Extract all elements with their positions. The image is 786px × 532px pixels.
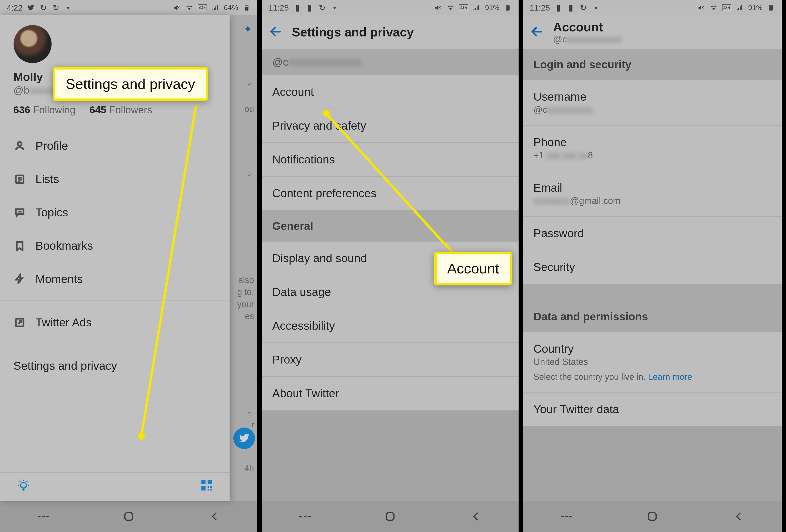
speech-bubble-icon: [14, 206, 26, 219]
status-time: 11:25: [530, 3, 550, 13]
back-button[interactable]: [204, 509, 225, 524]
svg-rect-16: [208, 489, 209, 490]
signal-icon: [736, 4, 744, 12]
back-arrow-icon[interactable]: [530, 25, 544, 39]
account-row-username[interactable]: Username @cxxxxxxxxxx: [523, 80, 782, 125]
android-nav-bar: [0, 501, 257, 532]
drawer-item-topics[interactable]: Topics: [0, 196, 230, 229]
account-row-twitter-data[interactable]: Your Twitter data: [523, 393, 782, 426]
drawer-item-label: Topics: [36, 206, 68, 219]
drawer-item-label: Moments: [36, 273, 83, 286]
svg-rect-2: [246, 5, 248, 5]
settings-row-accessibility[interactable]: Accessibility: [262, 309, 518, 343]
svg-rect-33: [770, 5, 772, 5]
email-value: xxxxxxxx@gmail.com: [533, 196, 771, 206]
chevron-down-icon: ⌄: [246, 406, 253, 416]
home-button[interactable]: [379, 509, 401, 524]
drawer-item-profile[interactable]: Profile: [0, 129, 230, 162]
battery-percent: 91%: [485, 4, 500, 12]
avatar[interactable]: [14, 25, 52, 63]
annotation-callout-settings: Settings and privacy: [53, 67, 208, 101]
recents-button[interactable]: [32, 509, 54, 524]
svg-rect-21: [125, 513, 133, 520]
home-button[interactable]: [118, 509, 139, 524]
feed-text-fragment: also: [237, 274, 254, 286]
feed-timestamp: 4h: [245, 463, 254, 473]
drawer-item-label: Bookmarks: [36, 239, 93, 252]
bulb-icon: ▮: [305, 4, 314, 12]
drawer-item-twitter-ads[interactable]: Twitter Ads: [0, 306, 230, 339]
svg-rect-24: [507, 6, 509, 10]
dot-icon: •: [592, 4, 600, 12]
phone-value: +1 xxx xxx xx8: [533, 150, 771, 161]
settings-row-account[interactable]: Account: [262, 75, 518, 109]
feed-text-fragment: r: [252, 420, 254, 429]
settings-row-proxy[interactable]: Proxy: [262, 343, 518, 377]
settings-row-notifications[interactable]: Notifications: [262, 143, 518, 177]
lightbulb-icon[interactable]: [17, 479, 30, 495]
android-nav-bar: [523, 501, 782, 532]
account-row-country[interactable]: Country United States Select the country…: [523, 332, 782, 393]
network-4g-icon: 4G: [198, 4, 207, 11]
mute-icon: [697, 4, 705, 12]
feed-text-fragment: your: [237, 298, 254, 310]
network-4g-icon: 4G: [459, 4, 468, 11]
recents-button[interactable]: [294, 509, 315, 524]
account-row-password[interactable]: Password: [523, 217, 782, 250]
app-bar: Settings and privacy: [262, 15, 518, 49]
drawer-item-moments[interactable]: Moments: [0, 262, 230, 296]
refresh-icon: ↻: [52, 4, 60, 12]
account-row-email[interactable]: Email xxxxxxxx@gmail.com: [523, 171, 782, 217]
battery-icon: [242, 4, 251, 12]
recents-button[interactable]: [555, 509, 577, 524]
svg-rect-25: [507, 5, 509, 5]
svg-rect-17: [210, 489, 212, 490]
section-header-login-security: Login and security: [523, 49, 782, 80]
svg-rect-13: [201, 486, 205, 490]
followers-count[interactable]: 645: [90, 104, 107, 116]
external-link-icon: [14, 316, 26, 329]
settings-row-content-preferences[interactable]: Content preferences: [262, 177, 518, 210]
battery-icon: [767, 4, 775, 12]
svg-point-3: [18, 142, 22, 146]
drawer-item-label: Lists: [36, 172, 59, 186]
page-title: Account: [553, 20, 622, 34]
status-bar: 11:25 ▮ ▮ ↻ • 4G 91%: [262, 0, 518, 15]
following-count[interactable]: 636: [14, 104, 30, 116]
svg-rect-1: [246, 7, 248, 10]
status-time: 4:22: [7, 3, 23, 13]
twitter-bird-icon: [27, 4, 35, 12]
signal-icon: [472, 4, 481, 12]
account-row-phone[interactable]: Phone +1 xxx xxx xx8: [523, 125, 782, 171]
refresh-icon: ↻: [579, 4, 587, 12]
battery-icon: [504, 4, 512, 12]
status-time: 11:25: [269, 3, 289, 13]
back-button[interactable]: [728, 509, 749, 524]
drawer-item-lists[interactable]: Lists: [0, 162, 230, 196]
panel-settings-privacy: 11:25 ▮ ▮ ↻ • 4G 91% Settings and privac…: [257, 0, 518, 532]
home-button[interactable]: [642, 509, 663, 524]
settings-row-about-twitter[interactable]: About Twitter: [262, 377, 518, 411]
feed-text-fragment: ou: [245, 104, 254, 114]
sparkle-icon[interactable]: ✦: [243, 23, 253, 36]
section-spacer: [523, 284, 782, 301]
learn-more-link[interactable]: Learn more: [648, 372, 692, 382]
mute-icon: [173, 4, 181, 12]
panel-account-settings: 11:25 ▮ ▮ ↻ • 4G 91% Account @cxxxxxxxxx…: [518, 0, 782, 532]
bookmark-icon: [14, 240, 26, 252]
feed-text-fragment: es: [237, 310, 254, 322]
back-button[interactable]: [465, 509, 486, 524]
battery-percent: 64%: [224, 4, 238, 12]
country-hint: Select the country you live in. Learn mo…: [533, 372, 771, 382]
svg-rect-12: [208, 480, 212, 484]
status-bar: 11:25 ▮ ▮ ↻ • 4G 91%: [523, 0, 782, 15]
drawer-item-settings-privacy[interactable]: Settings and privacy: [0, 349, 230, 383]
country-value: United States: [533, 357, 771, 367]
drawer-item-bookmarks[interactable]: Bookmarks: [0, 229, 230, 262]
qr-code-icon[interactable]: [200, 479, 213, 494]
account-row-security[interactable]: Security: [523, 250, 782, 284]
back-arrow-icon[interactable]: [269, 25, 282, 39]
wifi-icon: [710, 4, 718, 12]
settings-row-privacy-safety[interactable]: Privacy and safety: [262, 109, 518, 143]
refresh-icon: ↻: [318, 4, 326, 12]
